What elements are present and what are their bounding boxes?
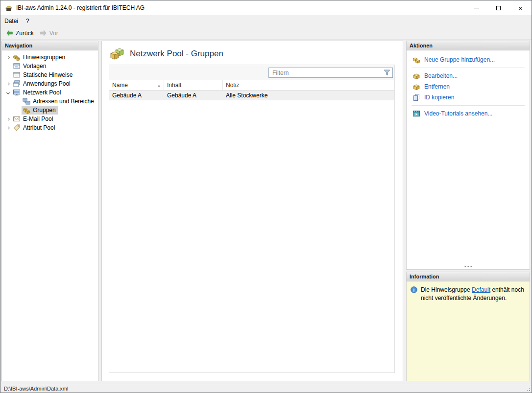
chevron-right-icon[interactable] bbox=[4, 83, 12, 85]
content-area: Navigation Hinweisgruppen bbox=[0, 40, 532, 384]
info-text-before: Die Hinweisgruppe bbox=[421, 286, 472, 293]
sidebar-item-label: Adressen und Bereiche bbox=[33, 98, 94, 105]
video-tutorials-icon bbox=[412, 110, 420, 117]
filter-box bbox=[268, 68, 393, 78]
forward-button[interactable]: Vor bbox=[37, 28, 61, 38]
static-notices-icon bbox=[13, 71, 21, 79]
information-header: Information bbox=[407, 272, 530, 281]
window-title: IBI-aws Admin 1.24.0 - registriert für I… bbox=[16, 4, 465, 11]
network-pool-icon bbox=[13, 89, 21, 96]
back-button[interactable]: Zurück bbox=[3, 28, 37, 38]
toolbar: Zurück Vor bbox=[0, 27, 532, 40]
sidebar-item-label: Hinweisgruppen bbox=[23, 54, 65, 61]
cell-name: Gebäude A bbox=[109, 92, 164, 99]
sidebar-item-label: Attribut Pool bbox=[23, 124, 55, 131]
status-bar: D:\IBI-aws\Admin\Data.xml bbox=[0, 384, 532, 393]
addresses-icon bbox=[23, 97, 30, 105]
sidebar-item-hinweisgruppen[interactable]: Hinweisgruppen bbox=[2, 53, 98, 62]
actions-panel: Aktionen Neue Gruppe hinzufügen... bbox=[406, 41, 530, 270]
action-label: ID kopieren bbox=[424, 94, 454, 101]
menu-help[interactable]: ? bbox=[22, 15, 33, 27]
app-icon bbox=[5, 4, 13, 12]
sidebar-item-email-pool[interactable]: E-Mail Pool bbox=[2, 115, 98, 123]
filter-row bbox=[109, 65, 394, 80]
default-group-link[interactable]: Default bbox=[472, 286, 490, 293]
netzwerk-pool-gruppen-icon bbox=[110, 47, 124, 60]
chevron-down-icon[interactable] bbox=[4, 92, 12, 94]
notice-groups-icon bbox=[13, 53, 21, 61]
table-row[interactable]: Gebäude A Gebäude A Alle Stockwerke bbox=[109, 91, 394, 100]
column-header-name[interactable]: Name ▲ bbox=[109, 80, 164, 90]
right-column: Aktionen Neue Gruppe hinzufügen... bbox=[406, 41, 530, 381]
sidebar-item-vorlagen[interactable]: Vorlagen bbox=[2, 62, 98, 70]
remove-group-action[interactable]: Entfernen bbox=[407, 81, 530, 92]
main-panel: Netzwerk Pool - Gruppen Name ▲ bbox=[101, 41, 403, 381]
page-title: Netzwerk Pool - Gruppen bbox=[130, 49, 223, 59]
menu-bar: Datei ? bbox=[0, 15, 532, 27]
table-empty-area bbox=[109, 100, 394, 372]
chevron-right-icon[interactable] bbox=[4, 56, 12, 59]
copy-id-action[interactable]: ID kopieren bbox=[407, 92, 530, 103]
templates-icon bbox=[13, 62, 21, 70]
info-icon bbox=[411, 286, 417, 293]
column-header-label: Notiz bbox=[226, 82, 239, 89]
column-header-label: Inhalt bbox=[167, 82, 181, 89]
chevron-right-icon[interactable] bbox=[4, 118, 12, 120]
video-tutorials-action[interactable]: Video-Tutorials ansehen... bbox=[407, 108, 530, 119]
maximize-button[interactable] bbox=[487, 0, 509, 15]
sidebar-item-label: Vorlagen bbox=[23, 63, 46, 69]
column-header-inhalt[interactable]: Inhalt bbox=[164, 80, 223, 90]
actions-list: Neue Gruppe hinzufügen... Bearbeiten... bbox=[407, 50, 530, 119]
window-resize-grip-icon[interactable] bbox=[526, 387, 531, 392]
filter-input[interactable] bbox=[269, 68, 392, 77]
action-label: Video-Tutorials ansehen... bbox=[424, 110, 492, 117]
information-panel: Information Die Hinweisgruppe Default en… bbox=[406, 272, 530, 381]
filter-funnel-icon bbox=[384, 69, 390, 76]
action-label: Entfernen bbox=[424, 83, 450, 90]
cell-notiz: Alle Stockwerke bbox=[223, 92, 394, 99]
app-window: IBI-aws Admin 1.24.0 - registriert für I… bbox=[0, 0, 532, 393]
status-file-path: D:\IBI-aws\Admin\Data.xml bbox=[4, 386, 68, 392]
column-header-notiz[interactable]: Notiz bbox=[223, 80, 394, 90]
navigation-tree: Hinweisgruppen Vorlagen bbox=[2, 50, 98, 381]
column-header-label: Name bbox=[112, 82, 128, 89]
sidebar-item-label: E-Mail Pool bbox=[23, 116, 53, 122]
copy-id-icon bbox=[412, 93, 420, 101]
forward-button-label: Vor bbox=[49, 30, 58, 37]
title-bar: IBI-aws Admin 1.24.0 - registriert für I… bbox=[0, 0, 532, 15]
sidebar-item-label: Statische Hinweise bbox=[23, 71, 73, 78]
sidebar-item-label: Netzwerk Pool bbox=[23, 89, 61, 96]
sidebar-item-netzwerk-pool[interactable]: Netzwerk Pool bbox=[2, 88, 98, 97]
sidebar-item-statische-hinweise[interactable]: Statische Hinweise bbox=[2, 70, 98, 79]
chevron-right-icon[interactable] bbox=[4, 127, 12, 129]
groups-icon bbox=[23, 106, 30, 114]
application-pool-icon bbox=[13, 80, 21, 88]
minimize-button[interactable] bbox=[465, 0, 487, 15]
information-body: Die Hinweisgruppe Default enthält noch n… bbox=[407, 281, 530, 381]
sidebar-item-label: Anwendungs Pool bbox=[23, 80, 71, 87]
main-header: Netzwerk Pool - Gruppen bbox=[102, 41, 403, 65]
close-button[interactable]: × bbox=[509, 0, 532, 15]
table-header-row: Name ▲ Inhalt Notiz bbox=[109, 80, 394, 91]
sidebar-item-gruppen[interactable]: Gruppen bbox=[2, 106, 98, 115]
email-pool-icon bbox=[13, 115, 21, 123]
maximize-icon bbox=[496, 6, 501, 10]
add-group-icon bbox=[412, 56, 420, 64]
sidebar-item-attribut-pool[interactable]: Attribut Pool bbox=[2, 123, 98, 132]
edit-group-icon bbox=[412, 72, 420, 80]
actions-header: Aktionen bbox=[407, 41, 530, 50]
add-group-action[interactable]: Neue Gruppe hinzufügen... bbox=[407, 54, 530, 65]
sidebar-item-label: Gruppen bbox=[33, 107, 56, 114]
panel-resize-grip-icon[interactable] bbox=[467, 266, 469, 267]
sidebar-item-adressen-und-bereiche[interactable]: Adressen und Bereiche bbox=[2, 97, 98, 106]
sort-ascending-icon: ▲ bbox=[157, 84, 161, 87]
forward-arrow-icon bbox=[40, 29, 47, 37]
menu-datei[interactable]: Datei bbox=[0, 15, 22, 27]
back-button-label: Zurück bbox=[16, 30, 34, 37]
information-message: Die Hinweisgruppe Default enthält noch n… bbox=[421, 286, 526, 302]
minimize-icon bbox=[474, 8, 479, 8]
edit-group-action[interactable]: Bearbeiten... bbox=[407, 70, 530, 81]
action-label: Bearbeiten... bbox=[424, 72, 458, 79]
sidebar-item-anwendungs-pool[interactable]: Anwendungs Pool bbox=[2, 79, 98, 88]
navigation-panel: Navigation Hinweisgruppen bbox=[1, 41, 98, 381]
